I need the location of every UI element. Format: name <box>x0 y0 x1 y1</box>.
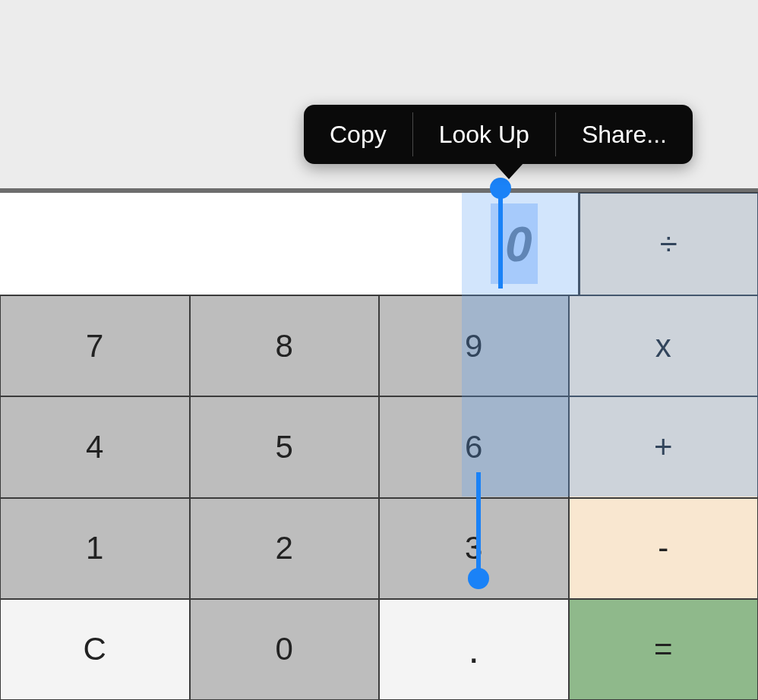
key-9-label: 9 <box>465 328 482 364</box>
equals-label: = <box>654 631 673 667</box>
divide-label: ÷ <box>660 226 677 263</box>
key-2[interactable]: 2 <box>189 497 381 600</box>
minus-button[interactable]: - <box>568 497 759 600</box>
display-row: 0 ÷ <box>0 193 758 295</box>
key-5-label: 5 <box>276 429 293 465</box>
key-5[interactable]: 5 <box>189 396 381 498</box>
multiply-label: x <box>655 328 671 364</box>
minus-label: - <box>658 530 668 566</box>
context-copy-label: Copy <box>330 121 387 149</box>
plus-button[interactable]: + <box>568 396 759 498</box>
display-cell[interactable]: 0 <box>0 193 580 295</box>
key-3-label: 3 <box>465 530 482 566</box>
key-2-label: 2 <box>276 530 293 566</box>
context-menu-arrow-icon <box>494 162 524 179</box>
clear-button[interactable]: C <box>0 598 191 700</box>
key-7-label: 7 <box>86 328 103 364</box>
context-copy[interactable]: Copy <box>304 105 412 164</box>
keypad: 7 8 9 x 4 5 6 + 1 2 3 - C 0 . = <box>0 295 758 700</box>
key-6-label: 6 <box>465 429 482 465</box>
divide-button[interactable]: ÷ <box>579 192 759 296</box>
key-0-label: 0 <box>276 631 293 667</box>
context-menu: Copy Look Up Share... <box>304 105 693 164</box>
key-1-label: 1 <box>86 530 103 566</box>
key-6[interactable]: 6 <box>378 396 570 498</box>
key-4-label: 4 <box>86 429 103 465</box>
key-7[interactable]: 7 <box>0 295 191 397</box>
context-share[interactable]: Share... <box>556 105 693 164</box>
plus-label: + <box>654 429 673 465</box>
clear-label: C <box>84 631 106 667</box>
multiply-button[interactable]: x <box>568 295 759 397</box>
key-8[interactable]: 8 <box>189 295 381 397</box>
decimal-label: . <box>469 626 479 672</box>
context-lookup-label: Look Up <box>439 121 529 149</box>
equals-button[interactable]: = <box>568 598 759 700</box>
key-8-label: 8 <box>276 328 293 364</box>
context-lookup[interactable]: Look Up <box>413 105 555 164</box>
context-share-label: Share... <box>582 121 667 149</box>
key-9[interactable]: 9 <box>378 295 570 397</box>
display-value: 0 <box>505 216 532 273</box>
key-1[interactable]: 1 <box>0 497 191 600</box>
decimal-button[interactable]: . <box>378 598 570 700</box>
key-3[interactable]: 3 <box>378 497 570 600</box>
key-4[interactable]: 4 <box>0 396 191 498</box>
key-0[interactable]: 0 <box>189 598 381 700</box>
